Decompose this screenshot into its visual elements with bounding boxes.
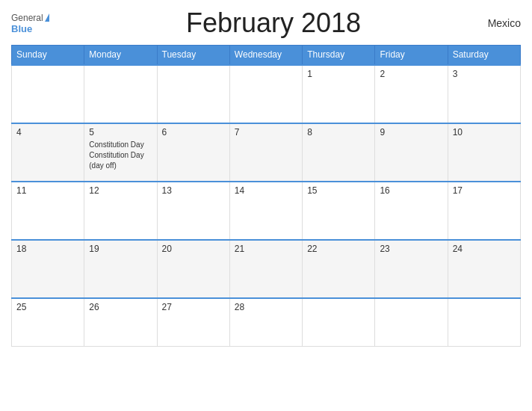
- day-cell-21: 21: [229, 240, 302, 298]
- calendar-table: Sunday Monday Tuesday Wednesday Thursday…: [11, 45, 521, 347]
- day-cell-6: 6: [157, 123, 229, 182]
- day-cell-10: 10: [448, 123, 520, 182]
- logo-triangle-icon: [45, 13, 49, 22]
- day-cell-12: 12: [84, 182, 157, 240]
- day-cell-1: 1: [303, 65, 375, 123]
- day-cell-7: 7: [229, 123, 302, 182]
- day-cell-20: 20: [157, 240, 229, 298]
- calendar-title: February 2018: [186, 7, 361, 38]
- day-cell-4: 4: [12, 123, 84, 182]
- logo-blue-text: Blue: [11, 23, 32, 34]
- header-thursday: Thursday: [303, 46, 375, 65]
- day-cell-24: 24: [448, 240, 520, 298]
- day-cell-empty: [375, 298, 448, 347]
- logo-section: GeneralBlue: [11, 13, 71, 34]
- day-cell-empty: [157, 65, 229, 123]
- weekday-header-row: Sunday Monday Tuesday Wednesday Thursday…: [12, 46, 521, 65]
- header-monday: Monday: [84, 46, 157, 65]
- header-saturday: Saturday: [448, 46, 520, 65]
- header-sunday: Sunday: [12, 46, 84, 65]
- day-cell-19: 19: [84, 240, 157, 298]
- country-label: Mexico: [476, 17, 521, 29]
- day-cell-28: 28: [229, 298, 302, 347]
- week-row-3: 11 12 13 14 15 16 17: [12, 182, 521, 240]
- day-cell-14: 14: [229, 182, 302, 240]
- day-cell-empty: [12, 65, 84, 123]
- day-cell-8: 8: [303, 123, 375, 182]
- week-row-5: 25 26 27 28: [12, 298, 521, 347]
- week-row-1: 1 2 3: [12, 65, 521, 123]
- day-cell-22: 22: [303, 240, 375, 298]
- header-wednesday: Wednesday: [229, 46, 302, 65]
- day-cell-9: 9: [375, 123, 448, 182]
- day-cell-11: 11: [12, 182, 84, 240]
- header-friday: Friday: [375, 46, 448, 65]
- header: GeneralBlueFebruary 2018Mexico: [11, 7, 521, 39]
- logo-general-text: General: [11, 13, 43, 23]
- day-cell-empty: [84, 65, 157, 123]
- day-cell-27: 27: [157, 298, 229, 347]
- day-cell-5: 5 Constitution Day Constitution Day (day…: [84, 123, 157, 182]
- page: GeneralBlueFebruary 2018Mexico Sunday Mo…: [0, 0, 532, 411]
- day-cell-15: 15: [303, 182, 375, 240]
- event-constitution-day-off: (day off): [89, 161, 117, 170]
- day-cell-empty: [303, 298, 375, 347]
- day-cell-2: 2: [375, 65, 448, 123]
- event-constitution-day-2: Constitution Day: [89, 151, 143, 159]
- day-cell-17: 17: [448, 182, 520, 240]
- day-cell-26: 26: [84, 298, 157, 347]
- day-cell-empty: [229, 65, 302, 123]
- day-cell-25: 25: [12, 298, 84, 347]
- day-cell-3: 3: [448, 65, 520, 123]
- day-cell-16: 16: [375, 182, 448, 240]
- event-constitution-day-1: Constitution Day: [89, 140, 143, 149]
- header-tuesday: Tuesday: [157, 46, 229, 65]
- day-cell-13: 13: [157, 182, 229, 240]
- day-cell-18: 18: [12, 240, 84, 298]
- week-row-4: 18 19 20 21 22 23 24: [12, 240, 521, 298]
- week-row-2: 4 5 Constitution Day Constitution Day (d…: [12, 123, 521, 182]
- day-cell-23: 23: [375, 240, 448, 298]
- day-cell-empty: [448, 298, 520, 347]
